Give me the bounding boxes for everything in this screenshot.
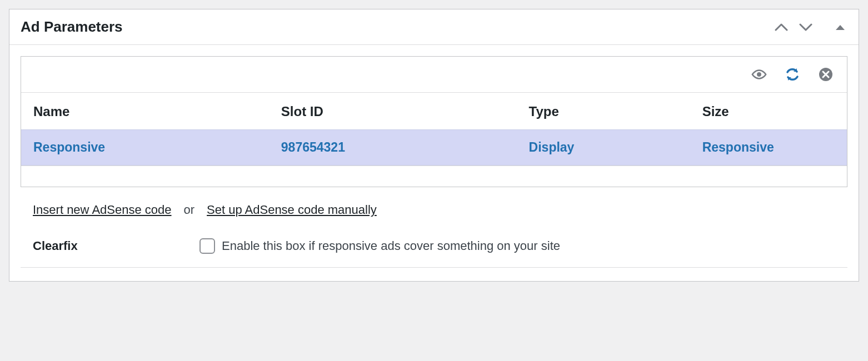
cell-size[interactable]: Responsive [690, 130, 847, 166]
or-text: or [184, 203, 195, 217]
cell-type[interactable]: Display [517, 130, 690, 166]
refresh-icon[interactable] [785, 67, 800, 82]
move-up-icon[interactable] [774, 20, 789, 34]
col-type: Type [517, 93, 690, 130]
adsense-links-row: Insert new AdSense code or Set up AdSens… [21, 187, 847, 223]
close-icon[interactable] [818, 67, 834, 82]
col-size: Size [690, 93, 847, 130]
panel-header-controls [774, 20, 847, 34]
clearfix-label: Clearfix [33, 239, 199, 253]
eye-icon[interactable] [751, 67, 767, 82]
ad-parameters-panel: Ad Parameters [9, 9, 859, 282]
ad-units-table: Name Slot ID Type Size Responsive 987654… [21, 93, 847, 166]
insert-new-adsense-link[interactable]: Insert new AdSense code [33, 203, 172, 217]
clearfix-text: Enable this box if responsive ads cover … [222, 239, 560, 253]
table-header-row: Name Slot ID Type Size [21, 93, 847, 130]
collapse-icon[interactable] [833, 20, 847, 34]
move-down-icon[interactable] [799, 20, 813, 34]
table-footer-space [21, 166, 847, 187]
panel-title: Ad Parameters [21, 18, 123, 36]
cell-slot-id[interactable]: 987654321 [269, 130, 517, 166]
col-name: Name [21, 93, 269, 130]
panel-header: Ad Parameters [9, 9, 859, 45]
col-slot-id: Slot ID [269, 93, 517, 130]
clearfix-checkbox[interactable] [199, 238, 215, 254]
ad-table-container: Name Slot ID Type Size Responsive 987654… [21, 56, 847, 187]
table-row[interactable]: Responsive 987654321 Display Responsive [21, 130, 847, 166]
panel-body: Name Slot ID Type Size Responsive 987654… [9, 45, 859, 281]
svg-point-0 [757, 72, 761, 77]
cell-name[interactable]: Responsive [21, 130, 269, 166]
table-toolbar [21, 57, 847, 93]
clearfix-row: Clearfix Enable this box if responsive a… [21, 223, 847, 268]
setup-manual-link[interactable]: Set up AdSense code manually [207, 203, 377, 217]
